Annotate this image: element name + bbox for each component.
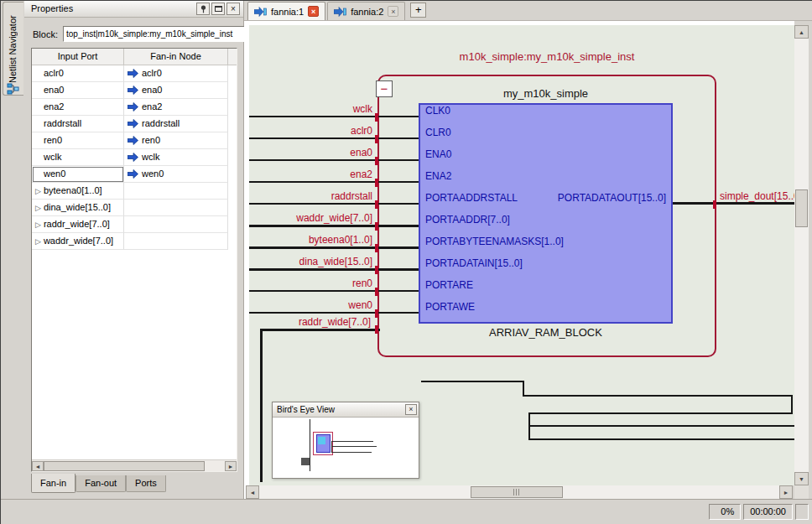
- input-wire[interactable]: [260, 329, 380, 331]
- scroll-right-button[interactable]: ►: [779, 485, 793, 499]
- signal-label[interactable]: waddr_wide[7..0]: [249, 212, 372, 224]
- signal-label[interactable]: aclr0: [249, 125, 372, 137]
- column-header-input-port[interactable]: Input Port: [32, 49, 124, 65]
- input-port-cell[interactable]: ▷dina_wide[15..0]: [32, 200, 124, 216]
- table-row[interactable]: aclr0aclr0: [32, 65, 237, 82]
- input-port-cell[interactable]: ena2: [32, 99, 124, 116]
- input-port-cell[interactable]: wen0: [32, 166, 124, 183]
- input-port-cell[interactable]: raddrstall: [32, 116, 124, 132]
- schematic-canvas[interactable]: m10k_simple:my_m10k_simple_inst − my_m10…: [249, 25, 794, 485]
- input-wire[interactable]: [249, 246, 419, 249]
- close-tab-icon[interactable]: ×: [308, 6, 319, 17]
- fanin-node-cell[interactable]: wclk: [124, 149, 228, 166]
- expand-icon[interactable]: ▷: [35, 204, 41, 212]
- input-port-cell[interactable]: ren0: [32, 132, 124, 149]
- table-row[interactable]: ena2ena2: [32, 99, 237, 116]
- route-wire[interactable]: [791, 395, 793, 414]
- fanin-node-cell: [124, 200, 228, 216]
- netlist-navigator-tab[interactable]: Netlist Navigator: [3, 2, 23, 96]
- scroll-right-button[interactable]: ►: [225, 461, 237, 471]
- table-row[interactable]: raddrstallraddrstall: [32, 116, 237, 132]
- input-wire[interactable]: [249, 116, 419, 117]
- hscroll-thumb[interactable]: [471, 486, 563, 498]
- fanin-node-cell[interactable]: aclr0: [124, 65, 228, 82]
- table-row[interactable]: ▷waddr_wide[7..0]: [32, 233, 237, 250]
- close-icon[interactable]: ×: [405, 404, 417, 415]
- panel-tab-ports[interactable]: Ports: [126, 475, 166, 492]
- column-header-fanin-node[interactable]: Fan-in Node: [124, 49, 228, 65]
- scroll-left-button[interactable]: ◄: [32, 461, 44, 471]
- fanin-node-cell[interactable]: ren0: [124, 132, 228, 149]
- signal-label[interactable]: ren0: [249, 278, 372, 289]
- input-wire[interactable]: [249, 203, 419, 205]
- signal-label[interactable]: ena0: [249, 147, 372, 158]
- input-port-cell[interactable]: ▷raddr_wide[7..0]: [32, 216, 124, 233]
- table-row[interactable]: ena0ena0: [32, 82, 237, 99]
- fanin-node-cell[interactable]: raddrstall: [124, 116, 228, 132]
- route-wire[interactable]: [523, 395, 793, 397]
- table-row[interactable]: ▷byteena0[1..0]: [32, 183, 237, 200]
- signal-label[interactable]: wen0: [249, 299, 372, 311]
- route-wire[interactable]: [528, 412, 793, 414]
- scroll-left-button[interactable]: ◄: [246, 485, 259, 499]
- birds-eye-minimap[interactable]: [273, 418, 419, 478]
- signal-label[interactable]: ena2: [249, 169, 372, 180]
- new-tab-button[interactable]: +: [410, 3, 426, 18]
- birds-eye-view[interactable]: Bird's Eye View ×: [272, 402, 419, 479]
- close-panel-button[interactable]: ×: [226, 3, 240, 15]
- float-button[interactable]: [211, 3, 225, 15]
- route-wire[interactable]: [260, 329, 263, 482]
- block-input[interactable]: [63, 26, 263, 42]
- expand-icon[interactable]: ▷: [35, 187, 41, 195]
- canvas-hscrollbar[interactable]: ◄ ►: [246, 485, 793, 499]
- table-row[interactable]: wen0wen0: [32, 166, 237, 183]
- route-wire[interactable]: [528, 425, 794, 427]
- doc-tab-fannia-2[interactable]: fannia:2×: [327, 2, 405, 20]
- signal-label[interactable]: simple_dout[15..0]: [720, 190, 794, 202]
- panel-tab-fan-in[interactable]: Fan-in: [31, 474, 75, 493]
- fanin-node-cell[interactable]: ena0: [124, 82, 228, 99]
- input-port-cell[interactable]: ena0: [32, 82, 124, 99]
- fanin-node-cell[interactable]: ena2: [124, 99, 228, 116]
- input-wire[interactable]: [249, 290, 419, 292]
- route-wire[interactable]: [528, 438, 794, 440]
- input-wire[interactable]: [249, 159, 419, 161]
- pin-button[interactable]: [196, 3, 210, 15]
- table-hscroll-thumb[interactable]: [44, 461, 205, 471]
- doc-tab-fannia-1[interactable]: fannia:1×: [247, 2, 325, 20]
- table-row[interactable]: ren0ren0: [32, 132, 237, 149]
- fanin-node-cell[interactable]: wen0: [124, 166, 228, 183]
- minimap-shape: [331, 452, 372, 453]
- input-wire[interactable]: [249, 137, 419, 139]
- route-wire[interactable]: [421, 381, 524, 382]
- port-tick: [375, 157, 378, 165]
- signal-label[interactable]: dina_wide[15..0]: [249, 256, 372, 267]
- signal-label[interactable]: wclk: [249, 103, 372, 115]
- input-port-cell[interactable]: wclk: [32, 149, 124, 166]
- canvas-vscrollbar[interactable]: ▲ ▼: [794, 25, 809, 485]
- expand-icon[interactable]: ▷: [35, 220, 41, 229]
- table-row[interactable]: ▷dina_wide[15..0]: [32, 200, 237, 216]
- signal-label[interactable]: raddr_wide[7..0]: [249, 316, 371, 328]
- expand-icon[interactable]: ▷: [35, 237, 41, 246]
- input-wire[interactable]: [249, 225, 419, 227]
- close-tab-icon[interactable]: ×: [388, 6, 398, 17]
- signal-label[interactable]: byteena0[1..0]: [249, 234, 372, 246]
- vscroll-thumb[interactable]: [795, 189, 808, 227]
- input-wire[interactable]: [249, 312, 419, 314]
- fanin-node-icon: [128, 102, 138, 112]
- output-wire[interactable]: [673, 202, 794, 205]
- panel-tab-fan-out[interactable]: Fan-out: [75, 475, 126, 492]
- scroll-down-button[interactable]: ▼: [794, 472, 809, 485]
- input-wire[interactable]: [249, 268, 419, 271]
- table-hscrollbar[interactable]: ◄ ►: [32, 459, 237, 471]
- collapse-button[interactable]: −: [376, 80, 393, 97]
- table-row[interactable]: wclkwclk: [32, 149, 237, 166]
- table-row[interactable]: ▷raddr_wide[7..0]: [32, 216, 237, 233]
- input-port-cell[interactable]: aclr0: [32, 65, 124, 82]
- input-port-cell[interactable]: ▷byteena0[1..0]: [32, 183, 124, 200]
- input-port-cell[interactable]: ▷waddr_wide[7..0]: [32, 233, 124, 250]
- input-wire[interactable]: [249, 181, 419, 183]
- scroll-up-button[interactable]: ▲: [794, 25, 809, 39]
- signal-label[interactable]: raddrstall: [249, 190, 372, 202]
